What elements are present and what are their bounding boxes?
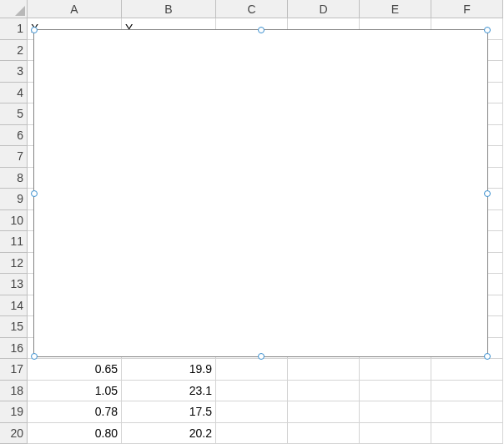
cell-F19[interactable]	[431, 401, 503, 423]
row-header-20[interactable]: 20	[0, 423, 28, 445]
row-header-9[interactable]: 9	[0, 189, 28, 210]
row-header-label: 3	[17, 64, 23, 78]
row-header-3[interactable]: 3	[0, 61, 28, 83]
row-header-label: 14	[10, 299, 23, 312]
column-header-label: E	[391, 3, 399, 16]
column-header-label: B	[164, 3, 172, 16]
cell-F17[interactable]	[431, 359, 503, 381]
row-header-label: 11	[10, 235, 23, 248]
cell-E19[interactable]	[360, 401, 431, 423]
row-header-label: 16	[10, 341, 23, 355]
row-header-5[interactable]: 5	[0, 103, 28, 125]
column-header-A[interactable]: A	[28, 0, 122, 18]
column-header-F[interactable]: F	[431, 0, 503, 18]
row-header-17[interactable]: 17	[0, 359, 28, 381]
row-header-label: 12	[10, 256, 23, 270]
column-header-D[interactable]: D	[288, 0, 360, 18]
cell-B18[interactable]: 23.1	[122, 381, 216, 402]
cell-value: 20.2	[189, 426, 212, 440]
row-header-label: 4	[17, 86, 23, 99]
cell-D17[interactable]	[288, 359, 360, 381]
resize-handle-nw[interactable]	[31, 27, 38, 33]
cell-value: 0.78	[95, 405, 118, 418]
row-header-11[interactable]: 11	[0, 231, 28, 253]
cell-D20[interactable]	[288, 423, 360, 445]
row-header-label: 1	[17, 22, 23, 35]
row-header-18[interactable]: 18	[0, 381, 28, 402]
select-all-corner[interactable]	[0, 0, 28, 18]
column-header-label: D	[319, 3, 327, 16]
row-header-label: 13	[10, 277, 23, 290]
row-header-14[interactable]: 14	[0, 295, 28, 317]
column-header-B[interactable]: B	[122, 0, 216, 18]
row-header-19[interactable]: 19	[0, 401, 28, 423]
row-header-label: 17	[10, 362, 23, 376]
resize-handle-e[interactable]	[484, 190, 491, 197]
cell-value: 17.5	[189, 405, 212, 418]
row-header-16[interactable]: 16	[0, 338, 28, 360]
row-header-10[interactable]: 10	[0, 210, 28, 232]
svg-marker-0	[15, 6, 25, 16]
cell-B20[interactable]: 20.2	[122, 423, 216, 445]
cell-value: 0.80	[95, 426, 118, 440]
row-header-8[interactable]: 8	[0, 168, 28, 189]
row-header-1[interactable]: 1	[0, 18, 28, 40]
row-header-label: 19	[10, 405, 23, 418]
select-all-triangle-icon	[15, 6, 25, 16]
cell-E18[interactable]	[360, 381, 431, 402]
cell-A18[interactable]: 1.05	[28, 381, 122, 402]
row-header-2[interactable]: 2	[0, 40, 28, 62]
column-header-label: F	[463, 3, 471, 16]
column-header-C[interactable]: C	[216, 0, 288, 18]
row-header-label: 8	[17, 171, 23, 184]
resize-handle-w[interactable]	[31, 190, 38, 197]
row-header-label: 10	[10, 214, 23, 227]
cell-D18[interactable]	[288, 381, 360, 402]
column-header-label: C	[247, 3, 255, 16]
row-header-label: 9	[17, 192, 23, 205]
resize-handle-n[interactable]	[258, 27, 265, 33]
resize-handle-sw[interactable]	[31, 353, 38, 360]
cell-A19[interactable]: 0.78	[28, 401, 122, 423]
resize-handle-se[interactable]	[484, 353, 491, 360]
embedded-chart-object[interactable]	[33, 29, 488, 357]
row-header-label: 2	[17, 43, 23, 57]
row-header-15[interactable]: 15	[0, 316, 28, 338]
cell-C18[interactable]	[216, 381, 288, 402]
row-header-label: 18	[10, 384, 23, 397]
row-header-4[interactable]: 4	[0, 83, 28, 104]
cell-C20[interactable]	[216, 423, 288, 445]
row-header-13[interactable]: 13	[0, 274, 28, 295]
resize-handle-s[interactable]	[258, 353, 265, 360]
row-header-label: 15	[10, 320, 23, 333]
cell-F20[interactable]	[431, 423, 503, 445]
cell-value: 19.9	[189, 362, 212, 376]
cell-B17[interactable]: 19.9	[122, 359, 216, 381]
cell-F18[interactable]	[431, 381, 503, 402]
resize-handle-ne[interactable]	[484, 27, 491, 33]
cell-value: 1.05	[95, 384, 118, 397]
cell-A17[interactable]: 0.65	[28, 359, 122, 381]
row-header-label: 7	[17, 149, 23, 163]
cell-E20[interactable]	[360, 423, 431, 445]
row-header-7[interactable]: 7	[0, 146, 28, 168]
column-header-E[interactable]: E	[360, 0, 431, 18]
row-header-6[interactable]: 6	[0, 125, 28, 147]
row-header-label: 20	[10, 426, 23, 440]
row-header-label: 6	[17, 129, 23, 142]
cell-D19[interactable]	[288, 401, 360, 423]
cell-C17[interactable]	[216, 359, 288, 381]
row-header-12[interactable]: 12	[0, 253, 28, 275]
cell-E17[interactable]	[360, 359, 431, 381]
cell-C19[interactable]	[216, 401, 288, 423]
column-header-label: A	[70, 3, 78, 16]
row-header-label: 5	[17, 107, 23, 120]
cell-value: 23.1	[189, 384, 212, 397]
cell-A20[interactable]: 0.80	[28, 423, 122, 445]
cell-B19[interactable]: 17.5	[122, 401, 216, 423]
cell-value: 0.65	[95, 362, 118, 376]
